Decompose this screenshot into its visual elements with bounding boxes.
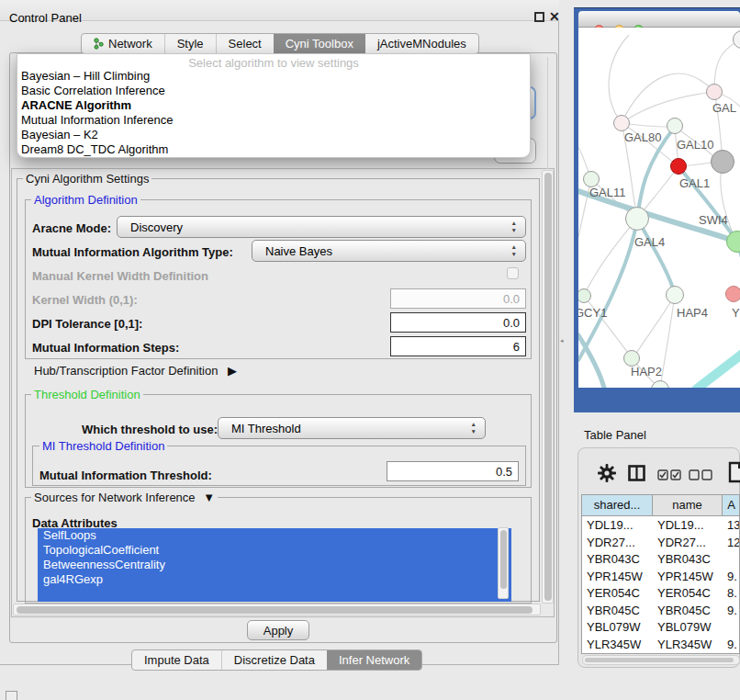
- attribute-item[interactable]: BetweennessCentrality: [38, 558, 511, 572]
- tab-select[interactable]: Select: [216, 34, 274, 53]
- tab-impute-data[interactable]: Impute Data: [132, 650, 221, 670]
- network-node-gal4[interactable]: [625, 207, 649, 231]
- network-node-gal1[interactable]: [670, 158, 687, 175]
- tab-network[interactable]: Network: [82, 34, 164, 53]
- table-cell: YBL079W: [653, 619, 723, 637]
- mi-threshold-input[interactable]: 0.5: [387, 461, 519, 481]
- algorithm-option[interactable]: Bayesian – Hill Climbing: [21, 69, 150, 84]
- network-canvas[interactable]: GALGAL80GAL10GAL1GAL11GAL4SWI4GCY1HAP4YH…: [578, 28, 740, 388]
- manual-kernel-label: Manual Kernel Width Definition: [32, 269, 208, 283]
- table-cell: [723, 619, 740, 637]
- hub-definition-toggle[interactable]: Hub/Transcription Factor Definition ▶: [34, 364, 237, 378]
- file-icon[interactable]: [728, 461, 740, 483]
- table-row[interactable]: YBL079WYBL079W: [582, 619, 739, 637]
- table-row[interactable]: YPR145WYPR145W9.: [582, 569, 739, 586]
- split-pane-handle[interactable]: ◂: [560, 336, 566, 344]
- settings-scrollpane: Cyni Algorithm Settings Algorithm Defini…: [11, 168, 555, 617]
- table-row[interactable]: YDR27...YDR27...12: [582, 535, 739, 552]
- tab-jactivemnodules[interactable]: jActiveMNodules: [365, 34, 478, 53]
- sources-group-title: Sources for Network Inference ▼: [31, 491, 218, 504]
- columns-icon[interactable]: [628, 465, 645, 481]
- table-row[interactable]: YDL19...YDL19...13: [582, 517, 739, 535]
- network-window-bottom-border: [574, 388, 740, 412]
- algorithm-definition-title: Algorithm Definition: [31, 193, 140, 207]
- mi-type-select[interactable]: Naive Bayes ▲▼: [252, 240, 526, 262]
- table-panel-title: Table Panel: [584, 428, 646, 442]
- tab-style[interactable]: Style: [164, 34, 216, 53]
- settings-horizontal-scrollbar[interactable]: [13, 604, 541, 615]
- node-label: GAL80: [624, 130, 661, 144]
- network-titlebar[interactable]: [578, 11, 740, 28]
- network-node[interactable]: [711, 150, 734, 174]
- attribute-item[interactable]: gal4RGexp: [38, 572, 511, 587]
- network-icon: [94, 38, 104, 50]
- algorithm-placeholder: Select algorithm to view settings: [17, 56, 530, 70]
- tab-infer-network[interactable]: Infer Network: [327, 650, 421, 670]
- settings-vertical-scrollbar[interactable]: [542, 170, 554, 604]
- algorithm-option[interactable]: ARACNE Algorithm: [21, 98, 131, 113]
- table-cell: YER054C: [653, 585, 723, 603]
- kernel-width-label: Kernel Width (0,1):: [32, 293, 138, 307]
- network-node-gal[interactable]: [706, 84, 723, 100]
- table-cell: 9.: [723, 603, 740, 620]
- table-cell: YDR27...: [653, 535, 723, 552]
- table-cell: YLR345W: [653, 637, 723, 654]
- attribute-item[interactable]: TopologicalCoefficient: [38, 543, 511, 558]
- combo-arrows-icon: ▲▼: [511, 220, 517, 234]
- node-label: HAP4: [677, 306, 708, 320]
- column-header-shared-[interactable]: shared...: [582, 495, 653, 516]
- table-cell: YLR345W: [582, 637, 653, 654]
- which-threshold-select[interactable]: MI Threshold ▲▼: [218, 417, 486, 439]
- close-icon[interactable]: ✕: [549, 9, 564, 24]
- manual-kernel-checkbox[interactable]: [507, 267, 519, 279]
- attribute-item-partial[interactable]: [38, 587, 511, 602]
- mi-steps-label: Mutual Information Steps:: [32, 341, 179, 355]
- table-cell: 9: [723, 653, 740, 654]
- network-node-gal10[interactable]: [667, 118, 683, 134]
- deselect-all-boxes-icon[interactable]: [689, 469, 712, 480]
- tab-discretize-data[interactable]: Discretize Data: [221, 650, 327, 670]
- collapse-down-icon: ▼: [203, 491, 215, 504]
- network-node-hap4[interactable]: [666, 286, 684, 304]
- algorithm-option[interactable]: Mutual Information Inference: [21, 113, 173, 128]
- table-cell: 13: [723, 517, 740, 535]
- node-label: SWI4: [699, 213, 728, 227]
- algorithm-option[interactable]: Basic Correlation Inference: [21, 84, 165, 98]
- table-row[interactable]: YER054CYER054C8.: [582, 585, 739, 603]
- mi-steps-input[interactable]: 6: [390, 336, 526, 356]
- algorithm-option[interactable]: Bayesian – K2: [21, 128, 98, 142]
- table-cell: 9.: [723, 569, 740, 586]
- table-cell: 12: [723, 535, 740, 552]
- table-cell: YIL053C: [582, 653, 653, 654]
- node-label: GAL10: [677, 138, 713, 152]
- network-node-y[interactable]: [725, 286, 740, 302]
- mi-threshold-label: Mutual Information Threshold:: [39, 469, 212, 482]
- apply-button[interactable]: Apply: [247, 620, 309, 640]
- node-label: GCY1: [578, 306, 607, 320]
- dpi-tolerance-input[interactable]: 0.0: [390, 312, 526, 333]
- select-all-checks-icon[interactable]: [657, 469, 681, 480]
- table-cell: YBR045C: [582, 603, 653, 620]
- attributes-scrollbar[interactable]: [498, 527, 509, 599]
- table-row[interactable]: YIL053CYIL053C9: [582, 653, 739, 654]
- tab-cyni-toolbox[interactable]: Cyni Toolbox: [274, 34, 365, 53]
- control-panel-tabs: NetworkStyleSelectCyni ToolboxjActiveMNo…: [81, 33, 479, 54]
- algorithm-option[interactable]: Dream8 DC_TDC Algorithm: [21, 142, 168, 157]
- aracne-mode-select[interactable]: Discovery ▲▼: [117, 216, 526, 238]
- table-cell: YER054C: [582, 585, 653, 603]
- kernel-width-input[interactable]: 0.0: [390, 288, 526, 309]
- gear-icon[interactable]: [598, 464, 616, 482]
- float-window-icon[interactable]: [534, 12, 544, 22]
- attribute-item[interactable]: SelfLoops: [38, 528, 511, 543]
- network-node-gal80[interactable]: [613, 115, 630, 131]
- table-row[interactable]: YLR345WYLR345W9.: [582, 637, 739, 654]
- table-row[interactable]: YBR043CYBR043C: [582, 551, 739, 569]
- table-cell: YDR27...: [582, 535, 653, 552]
- table-row[interactable]: YBR045CYBR045C9.: [582, 603, 739, 620]
- corner-widget-icon[interactable]: [6, 691, 17, 700]
- column-header-name[interactable]: name: [653, 495, 723, 516]
- column-header-a[interactable]: A: [723, 495, 740, 516]
- table-cell: YDL19...: [653, 517, 723, 535]
- combo-arrows-icon: ▲▼: [471, 421, 477, 435]
- table-horizontal-scrollbar[interactable]: [582, 655, 740, 665]
